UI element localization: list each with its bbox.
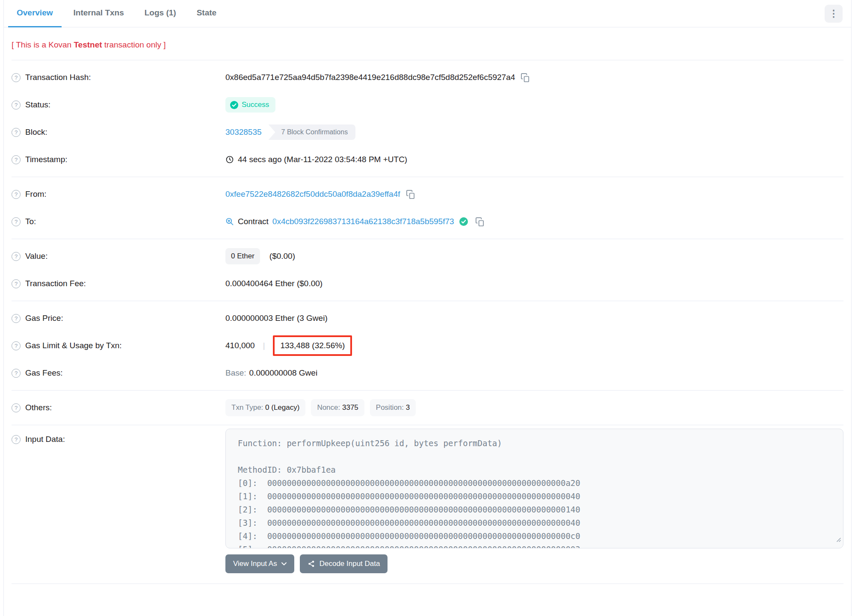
- transaction-card: Overview Internal Txns Logs (1) State ⋮ …: [3, 0, 852, 616]
- testnet-notice-suffix: transaction only ]: [102, 40, 166, 49]
- gas-fees-base-label: Base:: [225, 368, 246, 378]
- help-icon[interactable]: ?: [12, 155, 21, 164]
- row-block: ? Block: 30328535 7 Block Confirmations: [12, 118, 843, 146]
- txn-type-value: 0 (Legacy): [265, 403, 299, 412]
- more-options-button[interactable]: ⋮: [825, 5, 843, 23]
- input-data-word-3: [3]: 00000000000000000000000000000000000…: [238, 516, 831, 530]
- input-data-methodid-line: MethodID: 0x7bbaf1ea: [238, 463, 831, 477]
- view-input-as-button[interactable]: View Input As: [225, 554, 294, 573]
- nonce-badge: Nonce: 3375: [311, 399, 364, 416]
- block-number-link[interactable]: 30328535: [225, 127, 262, 137]
- input-data-box[interactable]: Function: performUpkeep(uint256 id, byte…: [225, 429, 843, 548]
- gas-fees-label: Gas Fees:: [25, 368, 63, 378]
- row-input-data: ? Input Data: Function: performUpkeep(ui…: [12, 429, 843, 548]
- value-ether-badge: 0 Ether: [225, 248, 260, 264]
- tab-overview[interactable]: Overview: [8, 0, 62, 27]
- row-value: ? Value: 0 Ether ($0.00): [12, 243, 843, 270]
- gas-limit-separator: |: [263, 341, 265, 350]
- copy-icon[interactable]: [475, 217, 485, 227]
- copy-icon[interactable]: [521, 73, 530, 83]
- testnet-notice-bold: Testnet: [74, 40, 102, 49]
- kebab-icon: ⋮: [829, 8, 838, 19]
- section-value: ? Value: 0 Ether ($0.00) ? Transaction F…: [12, 239, 843, 301]
- nonce-value: 3375: [342, 403, 358, 412]
- row-from: ? From: 0xfee7522e8482682cf50ddc50a0f8da…: [12, 181, 843, 208]
- help-icon[interactable]: ?: [12, 341, 21, 350]
- input-data-function-line: Function: performUpkeep(uint256 id, byte…: [238, 437, 831, 450]
- row-status: ? Status: Success: [12, 91, 843, 118]
- row-others: ? Others: Txn Type: 0 (Legacy) Nonce: 33…: [12, 394, 843, 421]
- value-usd: ($0.00): [269, 252, 295, 261]
- row-gas-limit-usage: ? Gas Limit & Usage by Txn: 410,000 | 13…: [12, 332, 843, 359]
- help-icon[interactable]: ?: [12, 369, 21, 378]
- tab-state[interactable]: State: [188, 0, 225, 27]
- value-label: Value:: [25, 252, 47, 261]
- magnifier-plus-icon[interactable]: [225, 217, 234, 226]
- help-icon[interactable]: ?: [12, 403, 21, 412]
- position-key: Position:: [376, 403, 406, 412]
- row-transaction-hash: ? Transaction Hash: 0x86ed5a771e725aa94d…: [12, 64, 843, 91]
- help-icon[interactable]: ?: [12, 435, 21, 444]
- input-data-word-0: [0]: 00000000000000000000000000000000000…: [238, 477, 831, 490]
- input-data-word-2: [2]: 00000000000000000000000000000000000…: [238, 503, 831, 516]
- nonce-key: Nonce:: [317, 403, 342, 412]
- help-icon[interactable]: ?: [12, 252, 21, 261]
- transaction-fee-label: Transaction Fee:: [25, 279, 86, 288]
- status-label: Status:: [25, 100, 50, 110]
- help-icon[interactable]: ?: [12, 73, 21, 82]
- help-icon[interactable]: ?: [12, 217, 21, 226]
- section-input-data: ? Input Data: Function: performUpkeep(ui…: [12, 425, 843, 587]
- timestamp-value: 44 secs ago (Mar-11-2022 03:54:48 PM +UT…: [238, 155, 407, 164]
- row-to: ? To: Contract 0x4cb093f226983713164a621…: [12, 208, 843, 235]
- tab-internal-txns[interactable]: Internal Txns: [65, 0, 133, 27]
- help-icon[interactable]: ?: [12, 279, 21, 288]
- section-addresses: ? From: 0xfee7522e8482682cf50ddc50a0f8da…: [12, 177, 843, 239]
- decode-icon: [308, 560, 315, 568]
- help-icon[interactable]: ?: [12, 128, 21, 137]
- row-gas-fees: ? Gas Fees: Base: 0.000000008 Gwei: [12, 359, 843, 387]
- verified-check-icon: [459, 217, 468, 226]
- to-contract-prefix: Contract: [238, 217, 269, 226]
- transaction-fee-value: 0.000400464 Ether ($0.00): [225, 279, 322, 288]
- from-label: From:: [25, 190, 47, 199]
- txn-type-key: Txn Type:: [231, 403, 265, 412]
- section-others: ? Others: Txn Type: 0 (Legacy) Nonce: 33…: [12, 391, 843, 425]
- decode-input-data-label: Decode Input Data: [320, 560, 380, 568]
- row-gas-price: ? Gas Price: 0.000000003 Ether (3 Gwei): [12, 305, 843, 332]
- section-gas: ? Gas Price: 0.000000003 Ether (3 Gwei) …: [12, 301, 843, 391]
- check-circle-icon: [230, 101, 238, 109]
- tab-bar: Overview Internal Txns Logs (1) State ⋮: [4, 0, 851, 27]
- gas-price-label: Gas Price:: [25, 314, 63, 323]
- transaction-hash-value: 0x86ed5a771e725aa94d5b7fa2398e4419e216d8…: [225, 73, 515, 82]
- gas-usage-value: 133,488 (32.56%): [280, 341, 345, 350]
- input-data-word-1: [1]: 00000000000000000000000000000000000…: [238, 490, 831, 503]
- from-address-link[interactable]: 0xfee7522e8482682cf50ddc50a0f8da2a39effa…: [225, 190, 400, 199]
- chevron-down-icon: [281, 562, 287, 566]
- testnet-notice: [ This is a Kovan Testnet transaction on…: [12, 27, 843, 60]
- help-icon[interactable]: ?: [12, 314, 21, 323]
- to-address-link[interactable]: 0x4cb093f226983713164a62138c3f718a5b595f…: [272, 217, 454, 226]
- block-confirmations-badge: 7 Block Confirmations: [269, 124, 356, 140]
- input-data-blank-line: [238, 450, 831, 463]
- gas-limit-label: Gas Limit & Usage by Txn:: [25, 341, 122, 350]
- resize-handle-icon[interactable]: [835, 533, 841, 546]
- help-icon[interactable]: ?: [12, 190, 21, 199]
- gas-price-value: 0.000000003 Ether (3 Gwei): [225, 314, 328, 323]
- section-overview-top: ? Transaction Hash: 0x86ed5a771e725aa94d…: [12, 60, 843, 177]
- status-badge: Success: [225, 97, 275, 113]
- annotation-highlight-box: 133,488 (32.56%): [273, 335, 352, 356]
- copy-icon[interactable]: [406, 190, 416, 199]
- row-timestamp: ? Timestamp: 44 secs ago (Mar-11-2022 03…: [12, 146, 843, 173]
- input-data-label: Input Data:: [25, 435, 65, 444]
- clock-icon: [225, 155, 234, 164]
- block-label: Block:: [25, 127, 47, 137]
- tab-logs[interactable]: Logs (1): [136, 0, 185, 27]
- decode-input-data-button[interactable]: Decode Input Data: [300, 554, 388, 573]
- view-input-as-label: View Input As: [233, 560, 277, 568]
- input-data-word-5: [5]: 00000000000000000000000000000000000…: [238, 543, 831, 548]
- help-icon[interactable]: ?: [12, 101, 21, 110]
- timestamp-label: Timestamp:: [25, 155, 68, 164]
- input-data-word-4: [4]: 00000000000000000000000000000000000…: [238, 530, 831, 543]
- bottom-divider: [12, 583, 843, 584]
- position-badge: Position: 3: [370, 399, 416, 416]
